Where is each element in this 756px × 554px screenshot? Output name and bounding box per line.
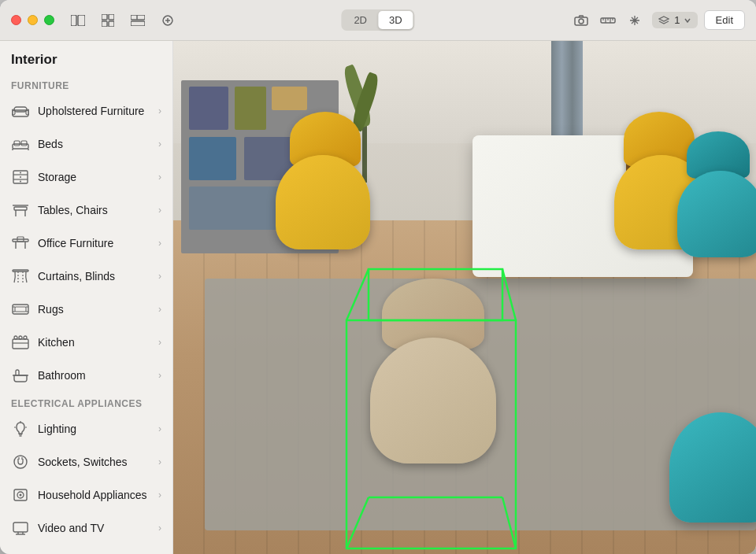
sidebar-title: Interior <box>0 41 172 74</box>
tables-chairs-icon <box>11 201 30 220</box>
titlebar: 2D 3D 1 Edit <box>0 0 756 41</box>
view-toggle-group: 2D 3D <box>341 9 414 31</box>
sidebar-icon[interactable] <box>67 9 89 31</box>
rugs-chevron: › <box>158 304 161 315</box>
maximize-button[interactable] <box>44 15 54 25</box>
toolbar-right: 1 Edit <box>570 9 745 31</box>
svg-point-65 <box>20 494 22 497</box>
chair-teal-right <box>677 171 756 257</box>
sidebar-item-beds[interactable]: Beds › <box>0 127 172 161</box>
svg-point-32 <box>20 176 21 178</box>
layout-icon[interactable] <box>127 9 149 31</box>
view-3d-button[interactable]: 3D <box>378 11 413 29</box>
ruler-icon[interactable] <box>597 9 619 31</box>
sidebar-item-kitchen[interactable]: Kitchen › <box>0 326 172 359</box>
sidebar-item-rugs[interactable]: Rugs › <box>0 293 172 326</box>
sidebar-item-storage[interactable]: Storage › <box>0 161 172 194</box>
minimize-button[interactable] <box>28 15 38 25</box>
sidebar-item-lighting[interactable]: Lighting › <box>0 412 172 445</box>
chair-yellow-left <box>276 155 370 249</box>
svg-rect-25 <box>21 141 27 146</box>
section-label-furniture: Furniture <box>0 74 172 94</box>
main-layout: Interior Furniture Upholstered Furniture… <box>0 41 756 554</box>
transform-icon[interactable] <box>624 9 646 31</box>
bathroom-label: Bathroom <box>38 369 158 382</box>
close-button[interactable] <box>11 15 21 25</box>
svg-rect-49 <box>13 339 28 349</box>
sockets-switches-label: Sockets, Switches <box>38 456 158 468</box>
svg-rect-5 <box>109 21 114 27</box>
svg-rect-42 <box>13 270 28 271</box>
svg-rect-0 <box>71 15 76 26</box>
layer-selector[interactable]: 1 <box>652 12 697 28</box>
bathroom-icon <box>11 366 30 385</box>
svg-rect-20 <box>14 107 27 112</box>
rugs-icon <box>11 300 30 319</box>
svg-rect-7 <box>131 21 145 26</box>
svg-rect-44 <box>15 307 26 312</box>
sidebar-item-sockets-switches[interactable]: Sockets, Switches › <box>0 445 172 478</box>
video-tv-icon <box>11 519 30 537</box>
sidebar-item-office-furniture[interactable]: Office Furniture › <box>0 227 172 260</box>
video-tv-label: Video and TV <box>38 522 158 534</box>
edit-button[interactable]: Edit <box>704 10 745 30</box>
household-appliances-icon <box>11 486 30 504</box>
sidebar-item-video-tv[interactable]: Video and TV › <box>0 512 172 545</box>
svg-point-60 <box>14 456 27 468</box>
tables-chairs-label: Tables, Chairs <box>38 204 158 216</box>
beds-label: Beds <box>38 138 158 150</box>
curtains-blinds-chevron: › <box>158 271 161 282</box>
svg-point-52 <box>19 336 22 339</box>
sidebar-item-curtains-blinds[interactable]: Curtains, Blinds › <box>0 260 172 293</box>
add-icon[interactable] <box>157 9 179 31</box>
svg-rect-2 <box>102 14 107 20</box>
sockets-switches-icon <box>11 452 30 471</box>
beds-chevron: › <box>158 138 161 150</box>
lighting-chevron: › <box>158 423 161 434</box>
viewport-3d[interactable] <box>173 41 756 554</box>
sidebar-item-household-appliances[interactable]: Household Appliances › <box>0 478 172 512</box>
svg-rect-6 <box>131 15 145 20</box>
grid-icon[interactable] <box>97 9 119 31</box>
storage-chevron: › <box>158 172 161 183</box>
office-furniture-icon <box>11 234 30 253</box>
svg-rect-23 <box>13 144 28 149</box>
svg-rect-66 <box>13 523 28 532</box>
curtains-blinds-label: Curtains, Blinds <box>38 270 158 283</box>
screenshot-icon[interactable] <box>570 9 592 31</box>
sidebar-item-tables-chairs[interactable]: Tables, Chairs › <box>0 194 172 227</box>
upholstered-furniture-label: Upholstered Furniture <box>38 105 158 117</box>
lighting-icon <box>11 419 30 438</box>
kitchen-icon <box>11 333 30 352</box>
curtains-blinds-icon <box>11 267 30 286</box>
layer-label: 1 <box>674 14 680 26</box>
sockets-switches-chevron: › <box>158 456 161 467</box>
sidebar-item-bathroom[interactable]: Bathroom › <box>0 359 172 392</box>
svg-point-12 <box>579 19 584 24</box>
toolbar-icons <box>67 9 179 31</box>
tables-chairs-chevron: › <box>158 205 161 216</box>
sidebar-item-upholstered-furniture[interactable]: Upholstered Furniture › <box>0 94 172 127</box>
rugs-label: Rugs <box>38 303 158 316</box>
office-furniture-label: Office Furniture <box>38 237 158 249</box>
video-tv-chevron: › <box>158 523 161 534</box>
sidebar: Interior Furniture Upholstered Furniture… <box>0 41 173 554</box>
traffic-lights <box>11 15 54 25</box>
section-label-electrical: Electrical Appliances <box>0 392 172 412</box>
storage-label: Storage <box>38 171 158 183</box>
chair-beige <box>370 338 496 464</box>
beds-icon <box>11 135 30 153</box>
svg-rect-1 <box>78 15 85 26</box>
svg-rect-4 <box>102 21 107 27</box>
view-2d-button[interactable]: 2D <box>343 11 378 29</box>
svg-rect-24 <box>14 141 20 146</box>
upholstered-furniture-icon <box>11 102 30 120</box>
office-furniture-chevron: › <box>158 238 161 249</box>
kitchen-chevron: › <box>158 337 161 348</box>
household-appliances-label: Household Appliances <box>38 489 158 501</box>
svg-rect-34 <box>14 207 27 210</box>
app-window: 2D 3D 1 Edit <box>0 0 756 554</box>
kitchen-label: Kitchen <box>38 336 158 349</box>
bathroom-chevron: › <box>158 370 161 381</box>
upholstered-furniture-chevron: › <box>158 105 161 116</box>
